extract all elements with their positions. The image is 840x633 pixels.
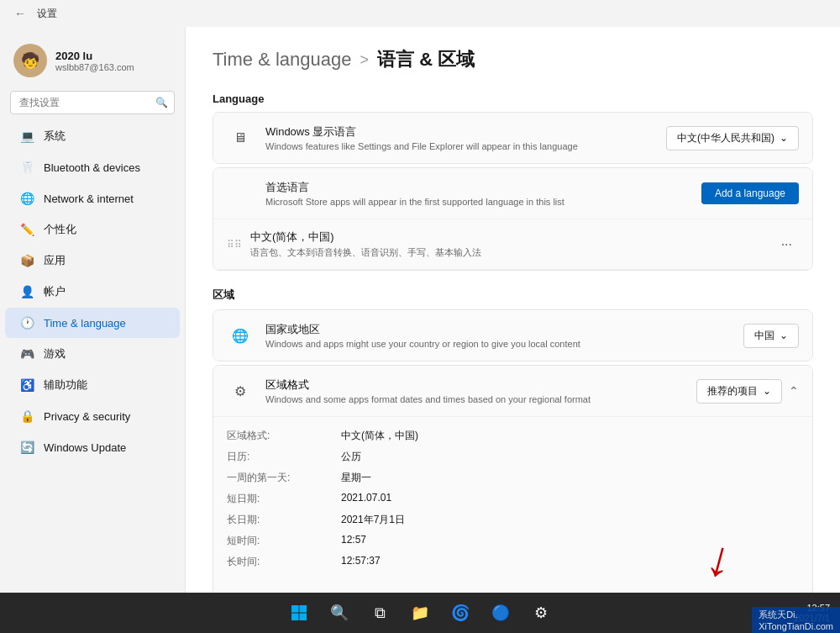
sidebar-item-personalization[interactable]: ✏️ 个性化 <box>5 214 180 245</box>
preferred-language-row: 首选语言 Microsoft Store apps will appear in… <box>213 168 812 219</box>
sidebar-item-time-language[interactable]: 🕐 Time & language <box>5 308 180 338</box>
sidebar-item-bluetooth[interactable]: 🦷 Bluetooth & devices <box>5 152 180 182</box>
search-icon: 🔍 <box>155 97 168 108</box>
sidebar-item-label: Windows Update <box>44 441 126 454</box>
privacy-icon: 🔒 <box>18 408 35 425</box>
sidebar-item-system[interactable]: 💻 系统 <box>5 121 180 151</box>
preferred-language-title: 首选语言 <box>265 180 701 195</box>
chevron-down-icon: ⌄ <box>763 385 771 397</box>
language-item-row[interactable]: ⠿⠿ 中文(简体，中国) 语言包、文本到语音转换、语音识别、手写、基本输入法 ·… <box>213 219 812 270</box>
regional-format-dropdown[interactable]: 推荐的项目 ⌄ <box>696 379 782 404</box>
windows-display-language-row[interactable]: 🖥 Windows 显示语言 Windows features like Set… <box>213 113 812 163</box>
sidebar-search-container: 🔍 <box>10 91 175 114</box>
language-section-header: Language <box>213 92 813 105</box>
sidebar-item-label: 个性化 <box>44 222 76 237</box>
sidebar-item-label: 应用 <box>44 253 66 268</box>
monitor-icon: 🖥 <box>227 124 254 151</box>
taskbar-explorer-icon[interactable]: 📁 <box>403 596 437 630</box>
taskbar-settings-icon[interactable]: ⚙ <box>524 596 558 630</box>
chevron-up-icon: ⌃ <box>789 384 799 398</box>
format-label: 区域格式: <box>227 427 328 445</box>
lang-item-name: 中文(简体，中国) <box>250 229 774 245</box>
short-date-value: 2021.07.01 <box>341 490 799 508</box>
preferred-language-subtitle: Microsoft Store apps will appear in the … <box>265 197 701 207</box>
sidebar-item-label: 辅助功能 <box>44 377 87 393</box>
chevron-down-icon: ⌄ <box>780 132 788 144</box>
country-title: 国家或地区 <box>265 322 743 337</box>
titlebar-title: 设置 <box>37 7 57 21</box>
titlebar: ← 设置 <box>0 0 840 27</box>
taskbar-search-icon[interactable]: 🔍 <box>323 596 356 630</box>
format-value: 中文(简体，中国) <box>341 427 799 445</box>
breadcrumb: Time & language > 语言 & 区域 <box>213 47 813 72</box>
user-email: wslbb87@163.com <box>55 62 134 72</box>
search-input[interactable] <box>10 91 175 114</box>
taskbar-windows-icon[interactable] <box>282 596 316 630</box>
globe-icon: 🌐 <box>227 322 254 349</box>
taskbar-chrome-icon[interactable]: 🔵 <box>484 596 517 630</box>
system-icon: 💻 <box>18 128 35 145</box>
long-time-label: 长时间: <box>227 553 328 571</box>
sidebar-item-privacy[interactable]: 🔒 Privacy & security <box>5 401 180 431</box>
sidebar-item-network[interactable]: 🌐 Network & internet <box>5 183 180 214</box>
long-date-label: 长日期: <box>227 511 328 529</box>
taskbar-taskview-icon[interactable]: ⧉ <box>363 596 396 630</box>
time-language-icon: 🕐 <box>18 314 35 331</box>
windows-display-language-title: Windows 显示语言 <box>265 124 666 140</box>
windows-update-icon: 🔄 <box>18 439 35 456</box>
regional-format-title: 区域格式 <box>265 377 696 393</box>
lang-item-tags: 语言包、文本到语音转换、语音识别、手写、基本输入法 <box>250 246 774 259</box>
svg-rect-2 <box>291 614 299 621</box>
user-name: 2020 lu <box>55 50 134 62</box>
calendar-value: 公历 <box>341 448 799 466</box>
sidebar-item-accounts[interactable]: 👤 帐户 <box>5 277 180 307</box>
language-dropdown[interactable]: 中文(中华人民共和国) ⌄ <box>666 126 799 150</box>
country-subtitle: Windows and apps might use your country … <box>265 339 743 349</box>
accessibility-icon: ♿ <box>18 377 35 393</box>
watermark: 系统天Di.XiTongTianDi.com <box>752 607 840 633</box>
sidebar-item-label: Network & internet <box>44 193 134 205</box>
apps-icon: 📦 <box>18 252 35 269</box>
region-section: 区域 🌐 国家或地区 Windows and apps might use yo… <box>213 287 813 593</box>
sidebar-item-label: Privacy & security <box>44 410 130 423</box>
country-region-row[interactable]: 🌐 国家或地区 Windows and apps might use your … <box>213 310 812 361</box>
sidebar-item-gaming[interactable]: 🎮 游戏 <box>5 339 180 369</box>
country-dropdown[interactable]: 中国 ⌄ <box>743 324 799 348</box>
more-options-button[interactable]: ··· <box>774 234 799 256</box>
regional-format-row[interactable]: ⚙ 区域格式 Windows and some apps format date… <box>213 366 812 416</box>
content-area: Time & language > 语言 & 区域 Language 🖥 Win… <box>185 27 840 593</box>
long-date-value: 2021年7月1日 <box>341 511 799 529</box>
breadcrumb-current: 语言 & 区域 <box>377 47 475 72</box>
sidebar-item-label: 系统 <box>44 129 66 144</box>
accounts-icon: 👤 <box>18 283 35 300</box>
breadcrumb-parent[interactable]: Time & language <box>213 49 352 71</box>
windows-display-language-subtitle: Windows features like Settings and File … <box>265 141 666 151</box>
back-button[interactable]: ← <box>10 3 30 24</box>
taskbar-edge-icon[interactable]: 🌀 <box>444 596 477 630</box>
svg-rect-0 <box>291 605 299 613</box>
sidebar-item-label: 游戏 <box>44 346 66 361</box>
svg-rect-1 <box>300 605 307 613</box>
svg-rect-3 <box>300 614 307 621</box>
sidebar-item-label: Bluetooth & devices <box>44 161 140 174</box>
chevron-down-icon: ⌄ <box>780 330 788 341</box>
add-language-button[interactable]: Add a language <box>701 182 799 204</box>
gaming-icon: 🎮 <box>18 346 35 362</box>
breadcrumb-separator: > <box>360 51 370 69</box>
network-icon: 🌐 <box>18 190 35 207</box>
windows-display-language-card: 🖥 Windows 显示语言 Windows features like Set… <box>213 112 813 164</box>
sidebar-item-windows-update[interactable]: 🔄 Windows Update <box>5 432 180 462</box>
regional-format-subtitle: Windows and some apps format dates and t… <box>265 394 696 404</box>
regional-format-card: ⚙ 区域格式 Windows and some apps format date… <box>213 365 813 593</box>
short-date-label: 短日期: <box>227 490 328 508</box>
region-section-header: 区域 <box>213 287 813 303</box>
format-icon: ⚙ <box>227 377 254 404</box>
sidebar-item-label: Time & language <box>44 317 126 330</box>
personalization-icon: ✏️ <box>18 221 35 238</box>
avatar: 🧒 <box>13 44 47 77</box>
short-time-label: 短时间: <box>227 532 328 550</box>
sidebar-item-accessibility[interactable]: ♿ 辅助功能 <box>5 370 180 400</box>
sidebar-user[interactable]: 🧒 2020 lu wslbb87@163.com <box>0 34 185 87</box>
drag-handle-icon: ⠿⠿ <box>227 239 242 251</box>
sidebar-item-apps[interactable]: 📦 应用 <box>5 245 180 276</box>
